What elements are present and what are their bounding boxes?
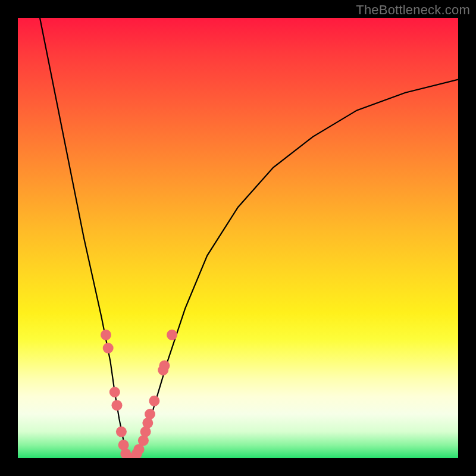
data-points-group bbox=[101, 330, 177, 458]
data-point bbox=[109, 387, 120, 397]
data-point bbox=[149, 396, 159, 406]
chart-frame: TheBottleneck.com bbox=[0, 0, 476, 476]
data-point bbox=[112, 400, 123, 411]
chart-svg bbox=[18, 18, 458, 458]
curve-path bbox=[40, 18, 458, 458]
bottleneck-curve bbox=[40, 18, 458, 458]
watermark-text: TheBottleneck.com bbox=[356, 2, 470, 18]
data-point bbox=[159, 361, 170, 371]
data-point bbox=[167, 330, 177, 340]
data-point bbox=[101, 330, 111, 340]
data-point bbox=[116, 427, 127, 437]
data-point bbox=[145, 409, 155, 419]
plot-area bbox=[18, 18, 458, 458]
data-point bbox=[103, 343, 114, 353]
